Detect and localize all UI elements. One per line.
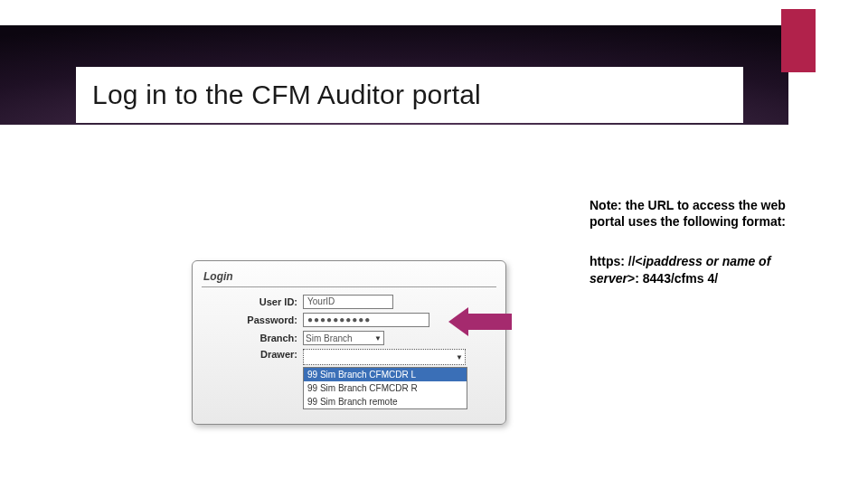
url-suffix: >: 8443/cfms 4/ xyxy=(627,271,718,286)
pointer-arrow-icon xyxy=(448,307,512,336)
note-text-2: https: //<ipaddress or name of server>: … xyxy=(590,253,816,286)
login-panel-title: Login xyxy=(202,268,496,287)
branch-select[interactable]: Sim Branch ▼ xyxy=(303,331,384,345)
password-input[interactable]: ●●●●●●●●●● xyxy=(303,313,429,327)
user-id-label: User ID: xyxy=(202,296,303,307)
drawer-row: Drawer: ▼ 99 Sim Branch CFMCDR L 99 Sim … xyxy=(202,349,496,409)
url-prefix: https: //< xyxy=(590,254,643,268)
branch-value: Sim Branch xyxy=(306,333,353,343)
page-title: Log in to the CFM Auditor portal xyxy=(76,80,481,110)
note-text-1: Note: the URL to access the web portal u… xyxy=(590,197,816,230)
drawer-option[interactable]: 99 Sim Branch remote xyxy=(304,395,467,408)
note-block: Note: the URL to access the web portal u… xyxy=(590,197,816,286)
accent-tab xyxy=(781,9,816,72)
title-box: Log in to the CFM Auditor portal xyxy=(76,67,743,123)
drawer-option[interactable]: 99 Sim Branch CFMCDR R xyxy=(304,381,467,395)
drawer-option[interactable]: 99 Sim Branch CFMCDR L xyxy=(304,368,467,381)
user-id-input[interactable]: YourID xyxy=(303,295,393,309)
drawer-dropdown-list: 99 Sim Branch CFMCDR L 99 Sim Branch CFM… xyxy=(303,367,467,409)
drawer-label: Drawer: xyxy=(202,349,303,360)
chevron-down-icon: ▼ xyxy=(454,353,463,361)
password-label: Password: xyxy=(202,314,303,325)
login-panel: Login User ID: YourID Password: ●●●●●●●●… xyxy=(192,260,506,425)
drawer-select[interactable]: ▼ xyxy=(303,349,466,365)
branch-label: Branch: xyxy=(202,333,303,343)
chevron-down-icon: ▼ xyxy=(373,334,382,343)
